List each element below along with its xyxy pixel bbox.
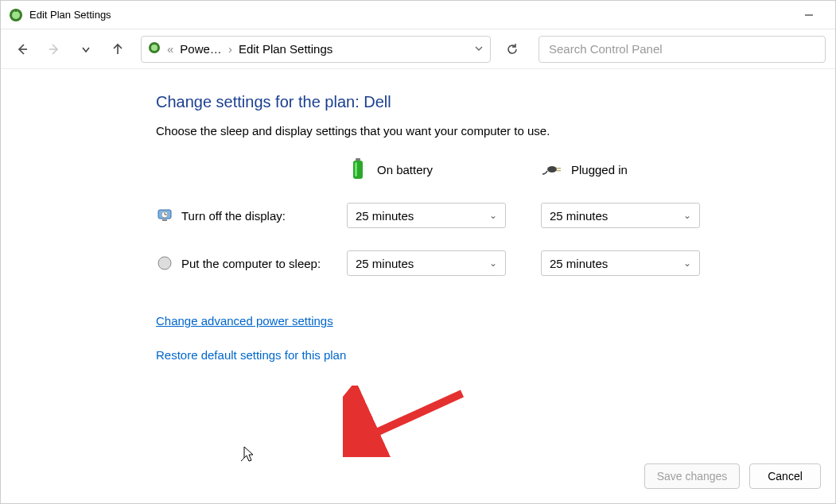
column-battery-label: On battery: [377, 163, 433, 176]
chevron-down-icon: ⌄: [489, 210, 497, 221]
columns-header: On battery Plugged in: [156, 158, 835, 180]
back-button[interactable]: [9, 36, 36, 63]
svg-rect-9: [356, 158, 360, 161]
recent-locations-button[interactable]: [72, 36, 99, 63]
display-plugged-dropdown[interactable]: 25 minutes ⌄: [541, 203, 700, 228]
battery-icon: [347, 158, 369, 180]
page-heading: Change settings for the plan: Dell: [156, 93, 835, 111]
search-input[interactable]: [547, 41, 817, 56]
minimize-button[interactable]: [791, 3, 827, 27]
plug-icon: [541, 161, 563, 177]
control-panel-icon: [148, 41, 161, 56]
row-display-label: Turn off the display:: [181, 209, 286, 223]
breadcrumb-power[interactable]: Powe…: [180, 42, 222, 56]
breadcrumb-sep: ›: [228, 42, 232, 56]
svg-rect-13: [556, 168, 561, 169]
content-area: Change settings for the plan: Dell Choos…: [1, 69, 835, 503]
links-block: Change advanced power settings Restore d…: [156, 314, 835, 362]
titlebar: Edit Plan Settings: [1, 1, 835, 29]
chevron-down-icon: ⌄: [683, 258, 691, 269]
sleep-plugged-dropdown[interactable]: 25 minutes ⌄: [541, 250, 700, 276]
cursor-icon: [239, 447, 255, 466]
window: Edit Plan Settings « Powe…: [0, 0, 836, 504]
window-title: Edit Plan Settings: [29, 9, 111, 21]
address-dropdown-button[interactable]: [474, 42, 484, 56]
svg-rect-14: [556, 170, 561, 171]
link-advanced-power-settings[interactable]: Change advanced power settings: [156, 314, 333, 328]
link-restore-defaults[interactable]: Restore default settings for this plan: [156, 348, 346, 362]
nav-toolbar: « Powe… › Edit Plan Settings: [1, 29, 835, 69]
svg-point-20: [158, 257, 171, 269]
chevron-down-icon: ⌄: [489, 258, 497, 269]
sleep-battery-value: 25 minutes: [356, 257, 414, 270]
annotation-arrow: [343, 386, 470, 457]
refresh-button[interactable]: [499, 36, 526, 63]
svg-rect-11: [355, 162, 357, 176]
footer-buttons: Save changes Cancel: [644, 463, 821, 489]
display-battery-dropdown[interactable]: 25 minutes ⌄: [347, 203, 506, 228]
breadcrumb-edit-plan[interactable]: Edit Plan Settings: [239, 42, 332, 56]
svg-rect-2: [15, 9, 17, 12]
row-sleep: Put the computer to sleep: 25 minutes ⌄ …: [156, 250, 835, 276]
monitor-icon: [156, 207, 173, 223]
app-icon: [9, 8, 23, 22]
chevron-down-icon: ⌄: [683, 210, 691, 221]
sleep-plugged-value: 25 minutes: [550, 257, 608, 270]
breadcrumb-sep-left: «: [167, 42, 173, 56]
sleep-battery-dropdown[interactable]: 25 minutes ⌄: [347, 250, 506, 276]
svg-point-8: [151, 45, 157, 51]
svg-line-21: [357, 394, 462, 441]
forward-button[interactable]: [41, 36, 68, 63]
display-battery-value: 25 minutes: [356, 209, 414, 223]
row-sleep-label: Put the computer to sleep:: [181, 257, 321, 270]
svg-point-12: [547, 166, 557, 173]
column-plugged-label: Plugged in: [571, 163, 628, 176]
address-bar[interactable]: « Powe… › Edit Plan Settings: [141, 36, 491, 63]
page-subtext: Choose the sleep and display settings th…: [156, 124, 835, 138]
svg-point-1: [12, 11, 20, 19]
cancel-button[interactable]: Cancel: [749, 463, 821, 489]
row-turn-off-display: Turn off the display: 25 minutes ⌄ 25 mi…: [156, 203, 835, 228]
moon-icon: [156, 256, 173, 270]
up-button[interactable]: [104, 36, 131, 63]
search-box[interactable]: [539, 36, 826, 63]
svg-rect-10: [353, 161, 363, 179]
save-changes-button[interactable]: Save changes: [644, 463, 740, 489]
display-plugged-value: 25 minutes: [550, 209, 608, 223]
svg-rect-19: [162, 219, 167, 221]
